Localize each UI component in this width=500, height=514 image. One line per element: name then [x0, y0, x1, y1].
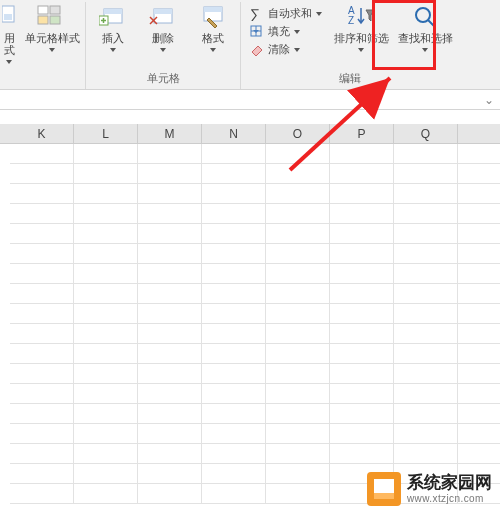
cell[interactable]: [74, 404, 138, 424]
cell[interactable]: [266, 464, 330, 484]
cell[interactable]: [202, 264, 266, 284]
col-header[interactable]: M: [138, 124, 202, 143]
cell[interactable]: [266, 144, 330, 164]
cell[interactable]: [202, 484, 266, 504]
format-button[interactable]: 格式: [191, 4, 235, 52]
cell[interactable]: [10, 404, 74, 424]
find-select-button[interactable]: 查找和选择: [396, 4, 454, 59]
cell[interactable]: [138, 284, 202, 304]
apply-style-button[interactable]: 用式: [0, 4, 18, 64]
cell[interactable]: [202, 144, 266, 164]
cell[interactable]: [10, 364, 74, 384]
rowcol-corner[interactable]: [0, 124, 10, 143]
cell[interactable]: [330, 404, 394, 424]
cell[interactable]: [458, 224, 500, 244]
cell[interactable]: [10, 184, 74, 204]
cell[interactable]: [394, 344, 458, 364]
cell[interactable]: [266, 304, 330, 324]
col-header-overflow[interactable]: [458, 124, 500, 143]
cell[interactable]: [266, 344, 330, 364]
cell[interactable]: [202, 204, 266, 224]
cell[interactable]: [74, 224, 138, 244]
cell[interactable]: [202, 404, 266, 424]
cell[interactable]: [138, 404, 202, 424]
cell[interactable]: [458, 364, 500, 384]
cell[interactable]: [266, 324, 330, 344]
cell[interactable]: [394, 364, 458, 384]
cell[interactable]: [138, 484, 202, 504]
autosum-button[interactable]: ∑ 自动求和: [250, 6, 322, 21]
cell[interactable]: [458, 444, 500, 464]
clear-button[interactable]: 清除: [250, 42, 322, 57]
cell[interactable]: [394, 144, 458, 164]
cell[interactable]: [202, 184, 266, 204]
cell[interactable]: [138, 464, 202, 484]
cell[interactable]: [10, 324, 74, 344]
cell[interactable]: [394, 264, 458, 284]
cell[interactable]: [394, 404, 458, 424]
cell[interactable]: [10, 284, 74, 304]
cell[interactable]: [10, 304, 74, 324]
cell[interactable]: [74, 344, 138, 364]
cell[interactable]: [138, 244, 202, 264]
col-header[interactable]: Q: [394, 124, 458, 143]
cell[interactable]: [138, 444, 202, 464]
cell[interactable]: [138, 184, 202, 204]
cell[interactable]: [74, 424, 138, 444]
cell[interactable]: [10, 264, 74, 284]
cell[interactable]: [74, 484, 138, 504]
cell[interactable]: [138, 144, 202, 164]
cell[interactable]: [266, 204, 330, 224]
delete-button[interactable]: 删除: [141, 4, 185, 52]
cell[interactable]: [74, 164, 138, 184]
cell[interactable]: [394, 384, 458, 404]
cell[interactable]: [74, 244, 138, 264]
cell[interactable]: [266, 264, 330, 284]
cell[interactable]: [266, 424, 330, 444]
cell[interactable]: [458, 164, 500, 184]
cell[interactable]: [394, 204, 458, 224]
cell[interactable]: [10, 144, 74, 164]
cell[interactable]: [74, 144, 138, 164]
cell[interactable]: [202, 384, 266, 404]
cell[interactable]: [266, 224, 330, 244]
cell[interactable]: [138, 364, 202, 384]
cell[interactable]: [138, 164, 202, 184]
cell[interactable]: [330, 184, 394, 204]
cell[interactable]: [10, 464, 74, 484]
cell[interactable]: [458, 244, 500, 264]
cell-styles-button[interactable]: 单元格样式: [24, 4, 80, 64]
cell[interactable]: [10, 344, 74, 364]
cell[interactable]: [138, 324, 202, 344]
cell[interactable]: [138, 224, 202, 244]
formula-bar-expand-icon[interactable]: ⌄: [484, 93, 500, 107]
cell[interactable]: [330, 304, 394, 324]
cell[interactable]: [394, 244, 458, 264]
cell[interactable]: [266, 244, 330, 264]
col-header[interactable]: K: [10, 124, 74, 143]
cell[interactable]: [330, 244, 394, 264]
cell[interactable]: [138, 424, 202, 444]
cell[interactable]: [74, 364, 138, 384]
cell[interactable]: [202, 244, 266, 264]
col-header[interactable]: P: [330, 124, 394, 143]
cell[interactable]: [138, 204, 202, 224]
cell[interactable]: [74, 384, 138, 404]
cell[interactable]: [330, 444, 394, 464]
sort-filter-button[interactable]: A Z 排序和筛选: [332, 4, 390, 59]
cell[interactable]: [394, 324, 458, 344]
cell[interactable]: [202, 324, 266, 344]
cell[interactable]: [330, 424, 394, 444]
cell[interactable]: [458, 144, 500, 164]
cell[interactable]: [266, 284, 330, 304]
cell[interactable]: [330, 144, 394, 164]
cell[interactable]: [74, 264, 138, 284]
col-header[interactable]: O: [266, 124, 330, 143]
formula-bar[interactable]: ⌄: [0, 90, 500, 110]
cell[interactable]: [74, 284, 138, 304]
cell[interactable]: [458, 344, 500, 364]
cell[interactable]: [330, 164, 394, 184]
cell[interactable]: [330, 264, 394, 284]
cell[interactable]: [74, 324, 138, 344]
cell[interactable]: [330, 324, 394, 344]
